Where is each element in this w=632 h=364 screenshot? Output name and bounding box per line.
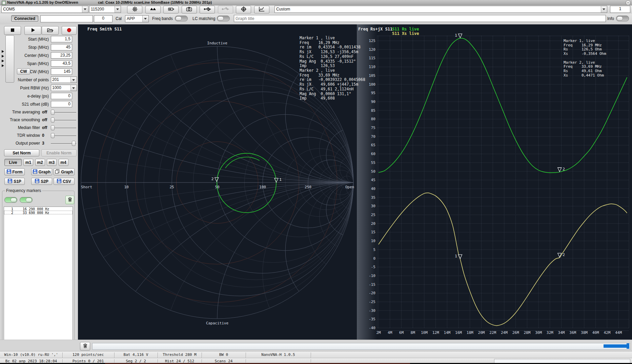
y-axis-tick: 60 [371,152,375,156]
rs-marker-2-triangle[interactable]: 2 [558,167,565,172]
save-s2p-button[interactable]: S2P [31,178,52,185]
frequency-marker-list[interactable]: 116 290 000 Hz233 690 000 Hz [4,207,73,343]
secondary-toolbar: Connected 0 Cal APP Freq bands LC matchi… [0,14,632,25]
command-field[interactable] [40,15,93,22]
trace-m1-button[interactable]: m1 [23,159,33,166]
open-folder-button[interactable] [42,26,59,35]
stop-button[interactable] [4,26,21,35]
slider-knob[interactable] [51,117,55,123]
xs-marker-1-triangle[interactable]: 1 [455,254,462,259]
trace-m3-button[interactable]: m3 [47,159,57,166]
slider-tdr-window[interactable] [51,133,76,138]
open-label: Open [345,185,354,189]
legend-rs-live: S11 Rs live [392,27,419,31]
smith-marker2-readout: Marker 2 , live Freq 33,69 MHz re im -0,… [300,68,365,101]
cal-mode-combo[interactable]: APP [125,15,149,22]
input-stop-mhz-[interactable]: 45 [51,44,72,50]
chevron-down-icon[interactable] [115,6,121,13]
input-e-delay-ps-[interactable]: 0 [51,93,72,99]
target-button[interactable] [236,6,251,14]
chart-button[interactable] [254,6,269,14]
y-axis-tick: 120 [369,47,375,52]
slider-median-filter[interactable] [51,125,76,131]
smith-marker-1-triangle[interactable]: 1 [274,177,282,182]
window-titlebar[interactable]: NanoVNA-App v1.1.205 by OneOfEleven cal:… [0,0,632,5]
connected-button[interactable]: Connected [11,15,38,22]
settings-gear-button[interactable] [127,6,142,14]
slider-output-power[interactable] [51,141,76,146]
trace-m4-button[interactable]: m4 [59,159,68,166]
cw-mode-button[interactable]: CW [17,68,30,74]
slider-knob[interactable] [51,110,55,115]
marker-list-item[interactable]: 116 290 000 Hz [4,207,73,211]
trace-m2-button[interactable]: m2 [35,159,45,166]
progress-thumb [627,343,629,349]
slider-label-median-filter: Median filter [0,125,40,130]
stop-icon [9,27,16,35]
com-port-combo[interactable]: COM5 [1,6,88,13]
sweep-side-button[interactable] [5,35,14,83]
input-center-mhz-[interactable]: 23,25 [51,52,72,59]
field-label-number-of-points: Number of points [0,78,49,82]
rsjx-chart-title: Freq Rs+jX S11 [358,27,392,31]
y-axis-tick: 5 [373,248,375,252]
input-cw-mhz-[interactable]: 145 [51,68,72,75]
scan-progress-bar[interactable] [92,343,630,350]
status-item: Threshold 280 M [163,352,196,357]
expand-arrow-icon[interactable] [1,49,4,53]
upload-triangles-button[interactable] [145,6,161,14]
calibration-status: cal: Coax 10-20MHz scanLine 50omBase (10… [98,0,212,4]
smith-axis-value: 10 [124,185,128,189]
marker1-enable-toggle[interactable] [4,197,17,203]
camera-button[interactable] [182,6,197,14]
y-axis-tick: -30 [369,308,375,313]
clear-trash-button[interactable] [80,342,90,350]
marker-list-item[interactable]: 233 690 000 Hz [4,211,73,214]
marker2-enable-toggle[interactable] [20,197,33,203]
battery-button[interactable] [163,6,179,14]
usb-connect-button[interactable] [200,6,215,14]
record-button[interactable] [62,26,77,35]
input-start-mhz-[interactable]: 1,5 [51,36,72,42]
minimize-button[interactable]: – [626,0,631,5]
slider-knob[interactable] [51,133,55,138]
preset-combo[interactable]: Custom [274,6,607,13]
combo-number-of-points[interactable]: 201 [51,77,77,83]
slider-knob[interactable] [51,125,55,130]
baud-rate-combo[interactable]: 115200 [89,6,121,13]
set-norm-button[interactable]: Set Norm [4,149,39,156]
field-label-e-delay-ps-: e-delay (ps) [0,94,49,99]
slider-trace-smoothing[interactable] [51,117,76,123]
y-axis-tick: 105 [369,73,375,78]
smith-marker-2-triangle[interactable]: 2 [211,177,219,181]
input-s21-offset-db-[interactable]: 0 [51,101,72,107]
save-csv-button[interactable]: CSV [54,178,75,185]
chevron-down-icon[interactable] [601,6,607,13]
info-toggle[interactable] [616,16,629,21]
combo-point-rbw-hz-[interactable]: 1000 [51,85,77,91]
chevron-down-icon[interactable] [142,16,148,22]
slider-knob[interactable] [72,141,76,146]
freq-bands-toggle[interactable] [175,16,188,21]
save-s1p-button[interactable]: S1P [4,178,25,185]
save-form-button[interactable]: Form [4,168,25,175]
segment-count-field[interactable]: 1 [610,6,630,13]
save-graph-button[interactable]: Graph [54,168,75,175]
trace-live-button[interactable]: Live [4,159,22,166]
x-axis-tick: 12M [432,330,439,335]
smith-marker1-readout: Marker 1 , live Freq 16,29 MHz re im 0,4… [300,36,361,68]
x-axis-tick: 6M [399,330,404,335]
field-label-start-mhz-: Start (MHz) [0,37,49,42]
input-span-mhz-[interactable]: 43,5 [51,60,72,67]
chevron-down-icon[interactable] [70,85,77,91]
chevron-down-icon[interactable] [70,77,77,83]
graph-title-input[interactable] [234,15,606,22]
cal-index-field[interactable]: 0 [94,15,113,22]
chevron-down-icon[interactable] [82,6,88,13]
play-button[interactable] [24,26,41,35]
sidebar-controls: Start (MHz)1,5Stop (MHz)45Center (MHz)23… [0,24,78,340]
delete-markers-button[interactable] [65,196,74,204]
lc-matching-toggle[interactable] [217,16,230,21]
slider-time-averaging[interactable] [51,110,76,115]
save-graph-button[interactable]: Graph [31,168,52,175]
